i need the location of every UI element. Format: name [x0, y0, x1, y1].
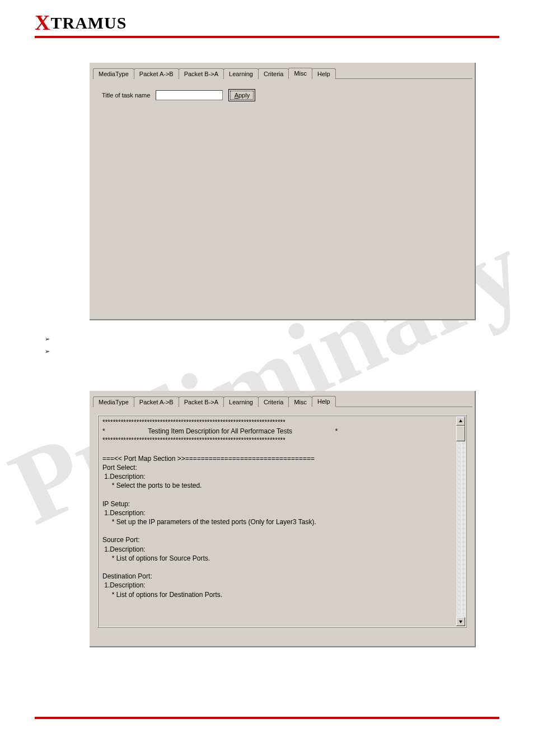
tab-help[interactable]: Help: [312, 396, 336, 407]
svg-marker-0: [459, 419, 462, 422]
chevron-right-icon: ➢: [45, 347, 50, 355]
tab-misc[interactable]: Misc: [288, 396, 312, 407]
help-textarea: ****************************************…: [97, 415, 467, 628]
tab-misc[interactable]: Misc: [288, 68, 312, 79]
brand-rest: TRAMUS: [50, 13, 127, 32]
brand-logo: XTRAMUS: [35, 10, 127, 35]
caret-up-icon: [458, 419, 463, 423]
scroll-thumb[interactable]: [456, 426, 465, 441]
tab-learning[interactable]: Learning: [223, 68, 259, 79]
dialog-help: MediaType Packet A->B Packet B->A Learni…: [90, 391, 476, 647]
bullet-text-1: Title of task name: Set a title name for…: [54, 335, 354, 344]
tab-bar-help: MediaType Packet A->B Packet B->A Learni…: [93, 394, 472, 407]
caret-down-icon: [458, 619, 463, 624]
dialog-misc: MediaType Packet A->B Packet B->A Learni…: [90, 63, 476, 320]
bullet-list: ➢ Title of task name: Set a title name f…: [45, 335, 354, 359]
tab-packet-ba[interactable]: Packet B->A: [179, 396, 224, 407]
tab-criteria[interactable]: Criteria: [258, 68, 289, 79]
chevron-right-icon: ➢: [45, 335, 50, 343]
bullet-item-2: ➢ Help: Provides description and explana…: [45, 347, 354, 356]
footer-rule: [35, 717, 499, 719]
tab-mediatype[interactable]: MediaType: [93, 396, 134, 407]
brand-x: X: [35, 11, 50, 34]
bullet-text-2: Help: Provides description and explanati…: [54, 347, 240, 356]
scrollbar-vertical[interactable]: [456, 417, 465, 626]
tab-bar-misc: MediaType Packet A->B Packet B->A Learni…: [93, 66, 472, 79]
help-text-content: ****************************************…: [100, 417, 456, 626]
tab-learning[interactable]: Learning: [223, 396, 259, 407]
tab-help[interactable]: Help: [312, 68, 336, 79]
header-rule: [35, 36, 499, 38]
apply-button[interactable]: Apply: [228, 89, 255, 101]
task-title-input[interactable]: [156, 90, 223, 100]
tab-mediatype[interactable]: MediaType: [93, 68, 134, 79]
svg-marker-1: [459, 620, 462, 623]
tab-packet-ab[interactable]: Packet A->B: [134, 68, 179, 79]
tab-packet-ba[interactable]: Packet B->A: [179, 68, 224, 79]
scroll-down-button[interactable]: [456, 617, 465, 626]
title-of-task-label: Title of task name: [102, 92, 150, 99]
scroll-up-button[interactable]: [456, 417, 465, 426]
apply-underline: A: [235, 92, 238, 99]
tab-packet-ab[interactable]: Packet A->B: [134, 396, 179, 407]
apply-rest: pply: [238, 92, 250, 99]
scroll-track[interactable]: [456, 426, 465, 617]
tab-criteria[interactable]: Criteria: [258, 396, 289, 407]
bullet-item-1: ➢ Title of task name: Set a title name f…: [45, 335, 354, 344]
